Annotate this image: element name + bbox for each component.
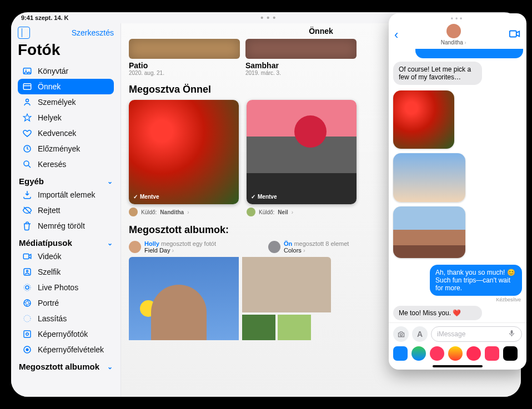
incoming-image[interactable] xyxy=(393,153,465,202)
sidebar-item-places[interactable]: Helyek xyxy=(18,110,114,125)
trash-icon xyxy=(22,221,32,231)
chevron-down-icon: ⌄ xyxy=(107,239,113,247)
shared-album-header[interactable]: Ön megosztott 8 elemet Colors › xyxy=(268,240,349,254)
svg-point-14 xyxy=(26,333,29,336)
shared-photo-card[interactable]: ✓ Mentve xyxy=(129,100,239,204)
imessage-app-strip[interactable] xyxy=(389,344,521,364)
incoming-image[interactable] xyxy=(393,90,454,149)
message-placeholder: iMessage xyxy=(437,330,465,338)
imessage-app-icon[interactable] xyxy=(466,346,481,361)
avatar xyxy=(129,241,141,253)
facetime-button[interactable] xyxy=(509,28,521,42)
back-button[interactable]: ‹ xyxy=(394,28,398,42)
album-photo[interactable] xyxy=(278,315,311,340)
incoming-message[interactable]: Of course! Let me pick a few of my favor… xyxy=(393,62,482,85)
sidebar-item-label: Kedvencek xyxy=(38,129,76,138)
slideover-grabber[interactable]: ••• xyxy=(389,13,521,23)
svg-point-5 xyxy=(24,161,29,166)
sidebar-item-label: Nemrég törölt xyxy=(38,221,85,230)
section-label: Megosztott albumok xyxy=(19,362,99,371)
sidebar-item-label: Portré xyxy=(38,299,59,307)
chevron-down-icon: ⌄ xyxy=(107,178,113,185)
section-shared-albums[interactable]: Megosztott albumok ⌄ xyxy=(18,357,114,372)
screen: 9:41 szept. 14. K ••• 100% Szerkesztés F… xyxy=(11,12,521,397)
sidebar-item-screenrecordings[interactable]: Képernyőfelvételek xyxy=(18,342,114,357)
sidebar-item-hidden[interactable]: Rejtett xyxy=(18,203,114,218)
eye-off-icon xyxy=(22,205,32,215)
section-other[interactable]: Egyéb ⌄ xyxy=(18,172,114,187)
sidebar-item-imports[interactable]: Importált elemek xyxy=(18,187,114,203)
sidebar-item-label: Előzmények xyxy=(38,144,80,153)
heart-icon xyxy=(22,128,32,138)
slomo-icon xyxy=(22,314,32,324)
memory-card[interactable]: Patio 2020. aug. 21. xyxy=(129,39,240,76)
sidebar-item-people[interactable]: Személyek xyxy=(18,94,114,110)
sender-link[interactable]: Küldő: Nanditha › xyxy=(129,208,239,216)
imessage-app-icon[interactable] xyxy=(430,346,444,361)
sidebar-item-library[interactable]: Könyvtár xyxy=(18,63,114,79)
svg-rect-2 xyxy=(23,84,31,90)
imessage-app-icon[interactable] xyxy=(393,346,408,361)
album-photo[interactable] xyxy=(129,257,239,340)
avatar xyxy=(129,208,138,216)
sidebar-item-favorites[interactable]: Kedvencek xyxy=(18,125,114,141)
contact-name: Nanditha xyxy=(441,39,463,46)
sidebar-item-portrait[interactable]: Portré xyxy=(18,295,114,311)
sidebar-item-screenshots[interactable]: Képernyőfotók xyxy=(18,326,114,342)
imessage-app-icon[interactable] xyxy=(448,346,463,361)
sidebar-item-selfies[interactable]: Szelfik xyxy=(18,264,114,280)
album-photo[interactable] xyxy=(242,315,275,340)
sidebar-item-label: Könyvtár xyxy=(38,67,68,75)
svg-point-12 xyxy=(24,315,31,322)
album-photo[interactable] xyxy=(242,257,331,312)
delivered-label: Kézbesítve xyxy=(393,297,521,302)
sidebar-item-recents[interactable]: Előzmények xyxy=(18,141,114,156)
incoming-image[interactable] xyxy=(393,206,465,258)
app-title: Fotók xyxy=(18,41,114,59)
clock-icon xyxy=(22,144,32,154)
chevron-right-icon: › xyxy=(172,247,174,254)
outgoing-message[interactable]: Ah, thank you so much! 😊 Such fun trips—… xyxy=(430,265,521,296)
sidebar-item-videos[interactable]: Videók xyxy=(18,249,114,264)
dictation-icon[interactable] xyxy=(508,329,516,339)
library-icon xyxy=(22,66,32,76)
sender-link[interactable]: Küldő: Neil › xyxy=(247,208,357,216)
svg-point-3 xyxy=(26,99,29,102)
message-input[interactable]: iMessage xyxy=(431,326,521,342)
edit-button[interactable]: Szerkesztés xyxy=(72,28,114,37)
contact-header[interactable]: Nanditha › xyxy=(441,24,466,46)
sidebar-item-label: Live Photos xyxy=(38,283,78,292)
memory-card[interactable]: Sambhar 2019. márc. 3. xyxy=(245,39,357,76)
sidebar-item-label: Videók xyxy=(38,252,62,261)
saved-badge: ✓ Mentve xyxy=(251,194,277,200)
incoming-message[interactable]: Me too! Miss you. ❤️ xyxy=(393,306,482,320)
saved-badge: ✓ Mentve xyxy=(133,194,159,200)
avatar xyxy=(268,241,280,253)
appstore-button[interactable]: A xyxy=(412,326,428,342)
section-mediatypes[interactable]: Médiatípusok ⌄ xyxy=(18,234,114,249)
avatar xyxy=(446,24,461,38)
home-indicator[interactable] xyxy=(433,365,483,367)
svg-rect-13 xyxy=(24,331,31,337)
sidebar-item-deleted[interactable]: Nemrég törölt xyxy=(18,218,114,234)
shared-photo-card[interactable]: ✓ Mentve xyxy=(247,100,357,204)
sidebar-item-label: Importált elemek xyxy=(38,190,95,199)
outgoing-bubble-peek xyxy=(415,49,521,58)
sidebar-toggle-icon[interactable] xyxy=(18,27,30,39)
sidebar-item-livephotos[interactable]: Live Photos xyxy=(18,280,114,295)
for-you-icon xyxy=(22,82,32,92)
sidebar-item-for-you[interactable]: Önnek xyxy=(18,79,114,94)
chevron-right-icon: › xyxy=(292,209,293,215)
svg-point-18 xyxy=(400,334,402,336)
imessage-app-icon[interactable] xyxy=(503,346,518,361)
chevron-right-icon: › xyxy=(187,209,189,215)
sidebar-item-search[interactable]: Keresés xyxy=(18,156,114,172)
sidebar-item-slomo[interactable]: Lassítás xyxy=(18,311,114,326)
imessage-app-icon[interactable] xyxy=(485,346,499,361)
memory-title: Patio xyxy=(129,61,240,70)
imessage-app-icon[interactable] xyxy=(411,346,426,361)
camera-button[interactable] xyxy=(393,326,409,342)
shared-album-header[interactable]: Holly megosztott egy fotót Field Day › xyxy=(129,240,216,254)
sidebar-item-label: Rejtett xyxy=(38,206,60,215)
messages-slideover[interactable]: ••• ‹ Nanditha › Of course! Let me pick … xyxy=(389,13,521,370)
